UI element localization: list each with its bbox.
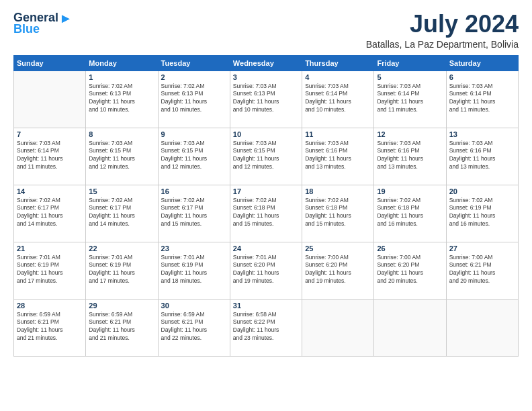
header-cell-thursday: Thursday [302, 55, 374, 71]
day-cell: 20Sunrise: 7:02 AM Sunset: 6:19 PM Dayli… [446, 185, 518, 242]
day-info: Sunrise: 7:03 AM Sunset: 6:14 PM Dayligh… [305, 83, 371, 115]
day-info: Sunrise: 7:03 AM Sunset: 6:15 PM Dayligh… [89, 140, 154, 172]
day-number: 29 [89, 302, 154, 310]
calendar-header: SundayMondayTuesdayWednesdayThursdayFrid… [14, 55, 519, 71]
header-row: SundayMondayTuesdayWednesdayThursdayFrid… [14, 55, 519, 71]
header-cell-monday: Monday [86, 55, 158, 71]
day-cell: 10Sunrise: 7:03 AM Sunset: 6:15 PM Dayli… [230, 128, 302, 185]
header-cell-wednesday: Wednesday [230, 55, 302, 71]
week-row-5: 28Sunrise: 6:59 AM Sunset: 6:21 PM Dayli… [14, 299, 519, 356]
day-number: 27 [449, 244, 515, 253]
calendar-table: SundayMondayTuesdayWednesdayThursdayFrid… [13, 55, 519, 357]
day-number: 13 [449, 130, 515, 138]
day-cell: 5Sunrise: 7:03 AM Sunset: 6:14 PM Daylig… [374, 71, 446, 128]
day-number: 5 [377, 73, 443, 81]
day-number: 23 [161, 244, 227, 253]
week-row-3: 14Sunrise: 7:02 AM Sunset: 6:17 PM Dayli… [14, 185, 519, 242]
day-cell [446, 299, 518, 356]
header-cell-saturday: Saturday [446, 55, 518, 71]
day-cell: 21Sunrise: 7:01 AM Sunset: 6:19 PM Dayli… [14, 242, 86, 299]
day-info: Sunrise: 7:02 AM Sunset: 6:17 PM Dayligh… [17, 197, 83, 229]
day-cell: 11Sunrise: 7:03 AM Sunset: 6:16 PM Dayli… [302, 128, 374, 185]
day-cell: 30Sunrise: 6:59 AM Sunset: 6:21 PM Dayli… [158, 299, 230, 356]
day-number: 31 [233, 302, 299, 310]
day-number: 26 [377, 244, 443, 253]
day-cell: 3Sunrise: 7:03 AM Sunset: 6:13 PM Daylig… [230, 71, 302, 128]
day-number: 22 [89, 244, 154, 253]
logo: General ► Blue [13, 11, 73, 36]
day-number: 25 [305, 244, 371, 253]
week-row-4: 21Sunrise: 7:01 AM Sunset: 6:19 PM Dayli… [14, 242, 519, 299]
day-cell: 22Sunrise: 7:01 AM Sunset: 6:19 PM Dayli… [86, 242, 158, 299]
day-cell: 26Sunrise: 7:00 AM Sunset: 6:20 PM Dayli… [374, 242, 446, 299]
day-info: Sunrise: 7:01 AM Sunset: 6:19 PM Dayligh… [89, 254, 154, 286]
day-cell: 15Sunrise: 7:02 AM Sunset: 6:17 PM Dayli… [86, 185, 158, 242]
day-info: Sunrise: 7:02 AM Sunset: 6:17 PM Dayligh… [89, 197, 154, 229]
logo-arrow-icon: ► [59, 11, 73, 25]
logo-blue: Blue [13, 22, 40, 36]
day-number: 4 [305, 73, 371, 81]
day-info: Sunrise: 6:59 AM Sunset: 6:21 PM Dayligh… [89, 311, 154, 343]
day-number: 24 [233, 244, 299, 253]
day-cell: 7Sunrise: 7:03 AM Sunset: 6:14 PM Daylig… [14, 128, 86, 185]
day-info: Sunrise: 6:59 AM Sunset: 6:21 PM Dayligh… [17, 311, 83, 343]
month-year-title: July 2024 [366, 11, 519, 38]
header: General ► Blue July 2024 Batallas, La Pa… [13, 11, 519, 50]
day-info: Sunrise: 7:03 AM Sunset: 6:15 PM Dayligh… [161, 140, 227, 172]
header-cell-tuesday: Tuesday [158, 55, 230, 71]
day-info: Sunrise: 7:02 AM Sunset: 6:18 PM Dayligh… [377, 197, 443, 229]
day-info: Sunrise: 7:02 AM Sunset: 6:13 PM Dayligh… [89, 83, 154, 115]
day-info: Sunrise: 7:02 AM Sunset: 6:13 PM Dayligh… [161, 83, 227, 115]
day-cell: 31Sunrise: 6:58 AM Sunset: 6:22 PM Dayli… [230, 299, 302, 356]
day-cell: 29Sunrise: 6:59 AM Sunset: 6:21 PM Dayli… [86, 299, 158, 356]
day-cell: 9Sunrise: 7:03 AM Sunset: 6:15 PM Daylig… [158, 128, 230, 185]
day-info: Sunrise: 7:00 AM Sunset: 6:21 PM Dayligh… [449, 254, 515, 286]
day-number: 9 [161, 130, 227, 138]
day-cell [14, 71, 86, 128]
header-cell-sunday: Sunday [14, 55, 86, 71]
day-number: 14 [17, 187, 83, 195]
day-info: Sunrise: 7:03 AM Sunset: 6:14 PM Dayligh… [377, 83, 443, 115]
week-row-2: 7Sunrise: 7:03 AM Sunset: 6:14 PM Daylig… [14, 128, 519, 185]
day-number: 1 [89, 73, 154, 81]
day-number: 8 [89, 130, 154, 138]
day-cell: 18Sunrise: 7:02 AM Sunset: 6:18 PM Dayli… [302, 185, 374, 242]
day-cell: 12Sunrise: 7:03 AM Sunset: 6:16 PM Dayli… [374, 128, 446, 185]
day-info: Sunrise: 6:59 AM Sunset: 6:21 PM Dayligh… [161, 311, 227, 343]
day-cell [374, 299, 446, 356]
day-cell: 24Sunrise: 7:01 AM Sunset: 6:20 PM Dayli… [230, 242, 302, 299]
day-info: Sunrise: 7:03 AM Sunset: 6:14 PM Dayligh… [17, 140, 83, 172]
day-number: 10 [233, 130, 299, 138]
week-row-1: 1Sunrise: 7:02 AM Sunset: 6:13 PM Daylig… [14, 71, 519, 128]
day-info: Sunrise: 7:02 AM Sunset: 6:19 PM Dayligh… [449, 197, 515, 229]
day-info: Sunrise: 7:03 AM Sunset: 6:16 PM Dayligh… [305, 140, 371, 172]
day-info: Sunrise: 7:03 AM Sunset: 6:13 PM Dayligh… [233, 83, 299, 115]
day-number: 20 [449, 187, 515, 195]
day-cell: 17Sunrise: 7:02 AM Sunset: 6:18 PM Dayli… [230, 185, 302, 242]
day-number: 2 [161, 73, 227, 81]
header-cell-friday: Friday [374, 55, 446, 71]
day-number: 3 [233, 73, 299, 81]
day-info: Sunrise: 7:02 AM Sunset: 6:18 PM Dayligh… [233, 197, 299, 229]
day-cell: 19Sunrise: 7:02 AM Sunset: 6:18 PM Dayli… [374, 185, 446, 242]
day-number: 16 [161, 187, 227, 195]
title-block: July 2024 Batallas, La Paz Department, B… [366, 11, 519, 50]
day-number: 6 [449, 73, 515, 81]
day-cell: 23Sunrise: 7:01 AM Sunset: 6:19 PM Dayli… [158, 242, 230, 299]
day-number: 30 [161, 302, 227, 310]
day-cell: 6Sunrise: 7:03 AM Sunset: 6:14 PM Daylig… [446, 71, 518, 128]
day-number: 17 [233, 187, 299, 195]
day-info: Sunrise: 7:01 AM Sunset: 6:20 PM Dayligh… [233, 254, 299, 286]
day-cell: 27Sunrise: 7:00 AM Sunset: 6:21 PM Dayli… [446, 242, 518, 299]
day-cell: 4Sunrise: 7:03 AM Sunset: 6:14 PM Daylig… [302, 71, 374, 128]
day-cell: 2Sunrise: 7:02 AM Sunset: 6:13 PM Daylig… [158, 71, 230, 128]
day-number: 19 [377, 187, 443, 195]
day-cell: 28Sunrise: 6:59 AM Sunset: 6:21 PM Dayli… [14, 299, 86, 356]
location-subtitle: Batallas, La Paz Department, Bolivia [366, 39, 519, 50]
day-info: Sunrise: 7:02 AM Sunset: 6:18 PM Dayligh… [305, 197, 371, 229]
calendar-body: 1Sunrise: 7:02 AM Sunset: 6:13 PM Daylig… [14, 71, 519, 356]
day-cell: 1Sunrise: 7:02 AM Sunset: 6:13 PM Daylig… [86, 71, 158, 128]
day-info: Sunrise: 7:01 AM Sunset: 6:19 PM Dayligh… [17, 254, 83, 286]
day-info: Sunrise: 7:03 AM Sunset: 6:16 PM Dayligh… [377, 140, 443, 172]
day-info: Sunrise: 7:01 AM Sunset: 6:19 PM Dayligh… [161, 254, 227, 286]
